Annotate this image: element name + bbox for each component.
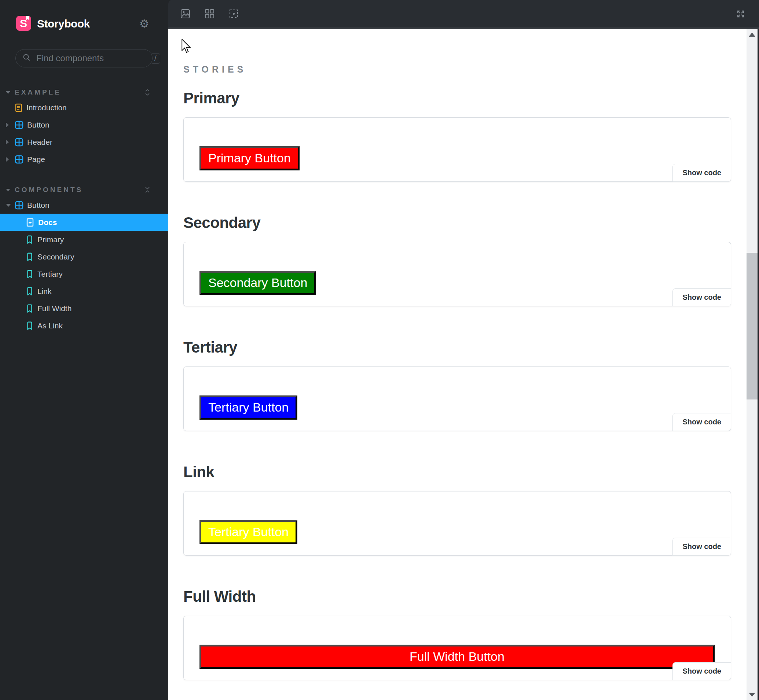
sidebar-item-label: Secondary — [38, 253, 74, 261]
sidebar-item-label: Tertiary — [38, 270, 63, 278]
show-code-button[interactable]: Show code — [673, 288, 731, 306]
sidebar-item-as-link[interactable]: As Link — [0, 317, 168, 334]
fullscreen-icon[interactable] — [736, 9, 746, 19]
section-label: EXAMPLE — [15, 88, 61, 96]
stories-grid-icon[interactable] — [205, 9, 214, 19]
story-preview-zone: Primary Button — [199, 146, 715, 170]
story-panel: Full Width ButtonShow code — [183, 616, 731, 680]
sidebar-item-secondary[interactable]: Secondary — [0, 248, 168, 265]
storybook-logo-icon[interactable]: S — [16, 15, 32, 33]
sidebar-item-label: Docs — [38, 218, 57, 227]
bookmark-icon — [26, 253, 33, 261]
story-section-heading: Primary — [183, 90, 731, 106]
document-icon — [26, 218, 34, 227]
show-code-button[interactable]: Show code — [673, 662, 731, 680]
sidebar-item-primary[interactable]: Primary — [0, 231, 168, 248]
show-code-button[interactable]: Show code — [673, 164, 731, 182]
story-panel: Tertiary ButtonShow code — [183, 491, 731, 556]
story-button-tertiary-button[interactable]: Tertiary Button — [199, 520, 297, 544]
stories-label: STORIES — [183, 64, 731, 75]
canvas-toolbar — [168, 0, 759, 29]
docs-canvas: STORIES PrimaryPrimary ButtonShow codeSe… — [168, 29, 746, 700]
search-shortcut-badge: / — [151, 53, 160, 64]
sidebar-item-label: Link — [38, 287, 52, 296]
story-button-primary-button[interactable]: Primary Button — [199, 146, 300, 170]
section-caret-icon[interactable] — [6, 189, 15, 191]
fold-all-icon[interactable] — [144, 186, 151, 194]
component-icon — [15, 120, 23, 130]
mouse-cursor — [181, 39, 191, 55]
arrow-up-icon — [749, 33, 755, 37]
sidebar-item-button[interactable]: Button — [0, 197, 168, 214]
document-icon — [15, 103, 23, 112]
story-sections: PrimaryPrimary ButtonShow codeSecondaryS… — [183, 90, 731, 680]
component-icon — [15, 155, 23, 164]
brand: S Storybook ⚙ — [16, 16, 149, 32]
sidebar-section-header[interactable]: EXAMPLE — [0, 86, 168, 99]
story-preview-zone: Tertiary Button — [199, 395, 715, 420]
sidebar-item-label: As Link — [38, 322, 63, 330]
svg-text:S: S — [20, 17, 27, 29]
story-preview-zone: Secondary Button — [199, 271, 715, 295]
caret-right-icon[interactable] — [6, 122, 15, 128]
sidebar-item-introduction[interactable]: Introduction — [0, 99, 168, 116]
story-panel: Secondary ButtonShow code — [183, 242, 731, 306]
scroll-down-button[interactable] — [746, 689, 757, 700]
sidebar-item-label: Header — [27, 138, 52, 147]
story-button-secondary-button[interactable]: Secondary Button — [199, 271, 316, 295]
bookmark-icon — [26, 304, 33, 313]
component-icon — [15, 138, 23, 147]
sidebar-item-link[interactable]: Link — [0, 283, 168, 300]
section-caret-icon[interactable] — [6, 91, 15, 94]
sidebar-item-label: Page — [27, 155, 45, 164]
search-box[interactable]: / — [16, 49, 153, 67]
component-icon — [15, 201, 23, 209]
sidebar-tree: EXAMPLEIntroductionButtonHeaderPageCOMPO… — [0, 86, 168, 334]
sidebar-item-page[interactable]: Page — [0, 151, 168, 168]
bookmark-icon — [26, 270, 33, 278]
sidebar-item-button[interactable]: Button — [0, 116, 168, 133]
caret-right-icon[interactable] — [6, 140, 15, 145]
sidebar-item-docs[interactable]: Docs — [0, 214, 168, 231]
unfold-all-icon[interactable] — [144, 88, 151, 96]
story-button-tertiary-button[interactable]: Tertiary Button — [199, 395, 297, 420]
window-edge — [757, 29, 759, 700]
show-code-button[interactable]: Show code — [673, 413, 731, 431]
story-button-full-width-button[interactable]: Full Width Button — [199, 645, 715, 669]
story-panel: Primary ButtonShow code — [183, 117, 731, 182]
sidebar-item-label: Introduction — [27, 103, 67, 112]
sidebar-item-label: Full Width — [38, 304, 72, 313]
docs-page: STORIES PrimaryPrimary ButtonShow codeSe… — [168, 29, 746, 680]
story-section-heading: Tertiary — [183, 339, 731, 356]
caret-right-icon[interactable] — [6, 157, 15, 162]
sidebar-item-tertiary[interactable]: Tertiary — [0, 265, 168, 283]
bookmark-icon — [26, 322, 33, 330]
story-section-heading: Secondary — [183, 215, 731, 231]
outline-icon[interactable] — [229, 9, 239, 19]
bookmark-icon — [26, 287, 33, 296]
story-section-heading: Link — [183, 464, 731, 480]
show-code-button[interactable]: Show code — [673, 538, 731, 556]
story-preview-zone: Tertiary Button — [199, 520, 715, 544]
sidebar-item-full-width[interactable]: Full Width — [0, 300, 168, 317]
bookmark-icon — [26, 235, 33, 244]
scrollbar-thumb[interactable] — [746, 253, 757, 400]
story-panel: Tertiary ButtonShow code — [183, 367, 731, 431]
sidebar-item-label: Primary — [38, 235, 64, 244]
story-section-tertiary: TertiaryTertiary ButtonShow code — [183, 339, 731, 431]
story-section-full-width: Full WidthFull Width ButtonShow code — [183, 589, 731, 680]
sidebar-item-label: Button — [27, 201, 50, 209]
scroll-up-button[interactable] — [746, 29, 757, 40]
story-preview-zone: Full Width Button — [199, 645, 715, 669]
story-section-secondary: SecondarySecondary ButtonShow code — [183, 215, 731, 306]
vertical-scrollbar[interactable] — [746, 29, 757, 700]
main-area: STORIES PrimaryPrimary ButtonShow codeSe… — [168, 0, 759, 700]
canvas-image-icon[interactable] — [180, 9, 190, 19]
sidebar-item-header[interactable]: Header — [0, 133, 168, 151]
caret-down-icon[interactable] — [6, 204, 15, 207]
story-section-link: LinkTertiary ButtonShow code — [183, 464, 731, 556]
settings-gear-icon[interactable]: ⚙ — [139, 18, 149, 29]
search-input[interactable] — [36, 53, 151, 64]
story-section-heading: Full Width — [183, 589, 731, 605]
sidebar-section-header[interactable]: COMPONENTS — [0, 183, 168, 197]
